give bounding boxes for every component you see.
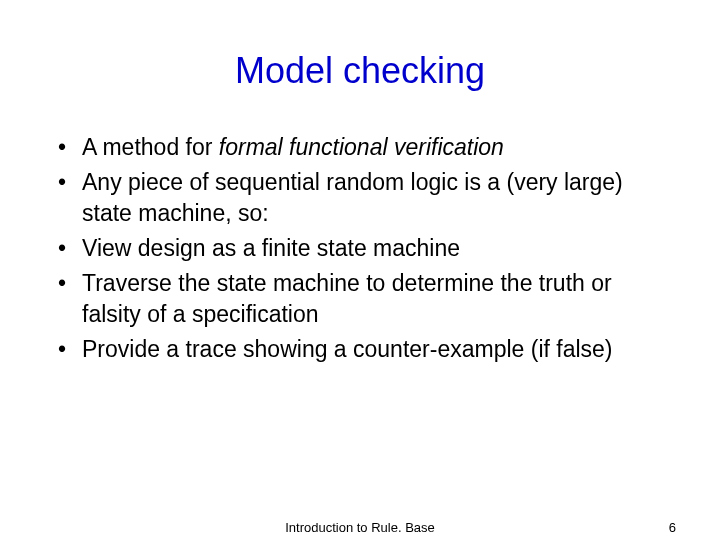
bullet-list: A method for formal functional verificat… xyxy=(56,132,670,365)
bullet-text: A method for xyxy=(82,134,219,160)
slide-title: Model checking xyxy=(50,50,670,92)
footer-center-text: Introduction to Rule. Base xyxy=(285,520,435,535)
list-item: View design as a finite state machine xyxy=(56,233,670,264)
list-item: Traverse the state machine to determine … xyxy=(56,268,670,330)
bullet-text: Provide a trace showing a counter-exampl… xyxy=(82,336,613,362)
page-number: 6 xyxy=(669,520,676,535)
bullet-italic: formal functional verification xyxy=(219,134,504,160)
bullet-text: Traverse the state machine to determine … xyxy=(82,270,612,327)
bullet-text: Any piece of sequential random logic is … xyxy=(82,169,623,226)
list-item: Any piece of sequential random logic is … xyxy=(56,167,670,229)
bullet-text: View design as a finite state machine xyxy=(82,235,460,261)
list-item: Provide a trace showing a counter-exampl… xyxy=(56,334,670,365)
list-item: A method for formal functional verificat… xyxy=(56,132,670,163)
slide: Model checking A method for formal funct… xyxy=(0,0,720,540)
